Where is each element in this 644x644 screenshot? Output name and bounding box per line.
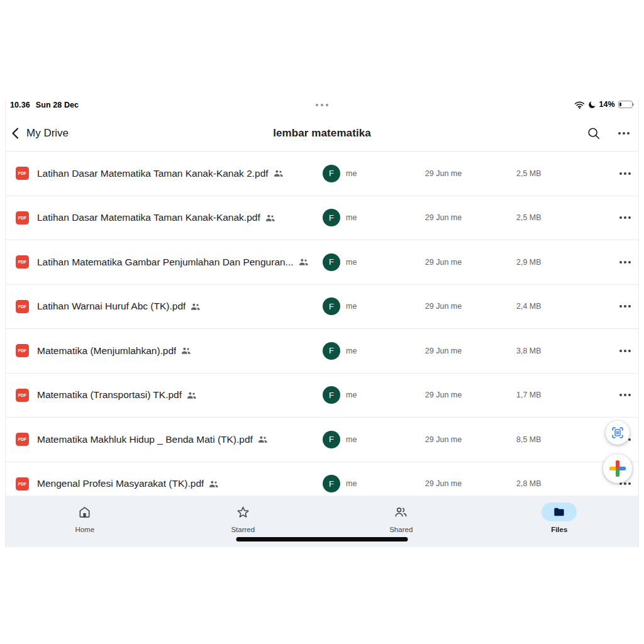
status-date: Sun 28 Dec	[36, 101, 79, 109]
star-icon	[236, 505, 250, 519]
more-icon	[619, 172, 631, 175]
tab-starred-label: Starred	[231, 526, 255, 533]
people-icon	[394, 505, 408, 519]
owner-avatar: F	[323, 297, 340, 315]
wifi-icon	[574, 101, 585, 109]
more-icon	[619, 216, 631, 219]
search-button[interactable]	[587, 126, 601, 140]
owner-avatar: F	[323, 475, 340, 492]
row-menu-button[interactable]	[614, 329, 636, 373]
home-indicator[interactable]	[236, 537, 408, 541]
modified-date: 29 Jun me	[413, 374, 474, 418]
more-icon	[619, 394, 631, 396]
file-size: 2,9 MB	[516, 240, 541, 284]
file-name-cell: PDF Latihan Matematika Gambar Penjumlaha…	[16, 240, 309, 284]
row-menu-button[interactable]	[614, 240, 636, 284]
shared-people-icon	[187, 391, 197, 399]
battery-percent: 14%	[599, 100, 615, 109]
more-icon	[618, 132, 621, 135]
tab-files[interactable]: Files	[480, 496, 639, 547]
modified-date: 29 Jun me	[413, 329, 474, 373]
new-item-button[interactable]	[603, 454, 632, 483]
file-size: 2,5 MB	[516, 152, 541, 196]
tab-home[interactable]: Home	[6, 496, 164, 547]
shared-people-icon	[258, 435, 268, 443]
owner-avatar: F	[323, 342, 340, 360]
owner-cell: F me	[323, 329, 357, 373]
document-scanner-icon	[611, 426, 625, 440]
shared-people-icon	[191, 303, 201, 311]
status-bar: 10.36 Sun 28 Dec 14%	[6, 99, 638, 115]
owner-cell: F me	[323, 240, 357, 284]
tab-shared-label: Shared	[389, 526, 413, 533]
pdf-file-icon: PDF	[16, 300, 29, 313]
shared-people-icon	[265, 214, 275, 222]
tab-home-label: Home	[75, 526, 94, 533]
modified-date: 29 Jun me	[413, 240, 474, 284]
more-icon	[619, 305, 631, 308]
owner-label: me	[346, 347, 357, 355]
owner-cell: F me	[323, 374, 357, 418]
screen: 10.36 Sun 28 Dec 14%	[0, 0, 644, 644]
google-drive-app-window: 10.36 Sun 28 Dec 14%	[5, 99, 639, 547]
status-clock: 10.36 Sun 28 Dec	[10, 101, 79, 109]
pdf-file-icon: PDF	[16, 255, 29, 269]
owner-label: me	[346, 391, 357, 399]
more-options-button[interactable]	[618, 132, 630, 135]
modified-date: 29 Jun me	[413, 196, 474, 240]
owner-label: me	[346, 213, 357, 222]
owner-label: me	[346, 258, 357, 267]
status-time: 10.36	[10, 101, 30, 109]
pdf-file-icon: PDF	[16, 167, 29, 180]
file-row[interactable]: PDF Matematika Makhluk Hidup _ Benda Mat…	[6, 418, 638, 462]
file-name: Mengenal Profesi Masyarakat (TK).pdf	[37, 478, 204, 489]
row-menu-button[interactable]	[614, 374, 636, 418]
search-icon	[587, 126, 601, 140]
row-menu-button[interactable]	[614, 196, 636, 240]
file-row[interactable]: PDF Matematika (Transportasi) TK.pdf F m…	[6, 374, 638, 418]
file-row[interactable]: PDF Latihan Dasar Matematika Taman Kanak…	[6, 196, 638, 241]
file-name-cell: PDF Matematika Makhluk Hidup _ Benda Mat…	[16, 418, 268, 462]
file-size: 2,5 MB	[516, 196, 541, 240]
file-name-cell: PDF Latihan Dasar Matematika Taman Kanak…	[16, 152, 284, 196]
owner-cell: F me	[323, 285, 357, 329]
pdf-file-icon: PDF	[16, 477, 29, 491]
battery-icon	[618, 101, 634, 108]
file-name-cell: PDF Matematika (Transportasi) TK.pdf	[16, 374, 197, 418]
folder-icon	[553, 506, 565, 518]
row-menu-button[interactable]	[614, 152, 636, 196]
file-row[interactable]: PDF Latihan Warnai Huruf Abc (TK).pdf F …	[6, 285, 638, 330]
owner-avatar: F	[323, 165, 340, 182]
file-row[interactable]: PDF Latihan Matematika Gambar Penjumlaha…	[6, 240, 638, 285]
owner-label: me	[346, 169, 357, 178]
file-size: 3,8 MB	[516, 329, 541, 373]
more-icon	[619, 350, 631, 352]
file-row[interactable]: PDF Matematika (Menjumlahkan).pdf F me 2…	[6, 329, 638, 374]
owner-label: me	[346, 302, 357, 311]
pdf-file-icon: PDF	[16, 344, 29, 357]
file-name: Latihan Matematika Gambar Penjumlahan Da…	[37, 257, 294, 268]
modified-date: 29 Jun me	[413, 152, 474, 196]
app-header: My Drive lembar matematika	[6, 115, 638, 151]
owner-avatar: F	[323, 253, 340, 271]
shared-people-icon	[181, 347, 191, 355]
plus-icon	[609, 460, 626, 477]
file-name-cell: PDF Latihan Warnai Huruf Abc (TK).pdf	[16, 285, 201, 329]
owner-avatar: F	[323, 386, 340, 404]
file-name: Matematika (Transportasi) TK.pdf	[37, 389, 182, 401]
file-row[interactable]: PDF Latihan Dasar Matematika Taman Kanak…	[6, 152, 638, 196]
file-name: Latihan Dasar Matematika Taman Kanak-Kan…	[37, 212, 260, 223]
row-menu-button[interactable]	[614, 285, 636, 329]
pdf-file-icon: PDF	[16, 211, 29, 225]
scan-document-button[interactable]	[606, 421, 630, 445]
shared-people-icon	[209, 480, 219, 488]
owner-avatar: F	[323, 209, 340, 226]
multitasking-dots-icon	[316, 104, 328, 106]
owner-cell: F me	[323, 152, 357, 196]
file-size: 1,7 MB	[516, 374, 541, 418]
do-not-disturb-moon-icon	[588, 101, 596, 109]
modified-date: 29 Jun me	[413, 418, 474, 462]
header-actions	[587, 126, 630, 140]
more-icon	[619, 482, 631, 485]
file-name: Latihan Dasar Matematika Taman Kanak-Kan…	[37, 168, 269, 179]
